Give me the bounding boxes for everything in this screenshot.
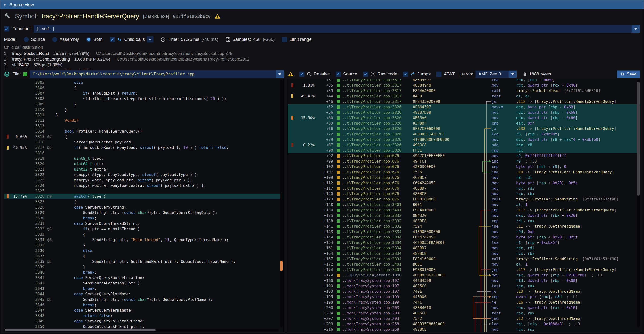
source-line-3310[interactable]: 3310 } — [4, 107, 284, 112]
source-line-3343[interactable]: 3343 break; — [4, 286, 284, 291]
asm-source-location[interactable]: ..mon\TracySystem.cpp:197 — [333, 283, 413, 289]
source-line-3325[interactable]: 3325 — [4, 188, 284, 194]
source-line-3315[interactable]: 0.66%3315@7 { — [4, 134, 284, 139]
source-line-3329[interactable]: 3329 SendString( ptr, (const char*)ptr, … — [4, 210, 284, 215]
asm-source-location[interactable]: ..mon\TracySystem.cpp:197 — [333, 289, 413, 294]
asm-source-location[interactable]: ..t\TracyProfiler.cpp:3326 — [333, 142, 413, 148]
collapse-icon[interactable]: ▼ — [3, 2, 6, 6]
asm-instruction-+117[interactable]: +117..t\TracyProfiler.hpp:676488BD7movrd… — [288, 186, 640, 191]
asm-instruction-+130[interactable]: +130..t\TracyProfiler.cpp:3401E9E4010000… — [288, 207, 640, 213]
child-calls-checkbox-group[interactable]: Child calls — [110, 36, 154, 43]
asm-source-location[interactable]: ..t\TracyProfiler.hpp:676 — [333, 180, 413, 186]
limit-range-checkbox-group[interactable]: Limit range — [282, 37, 312, 42]
asm-source-location[interactable]: ..t\TracyProfiler.cpp:3326 — [333, 148, 413, 153]
asm-source-location[interactable]: ..t\TracyProfiler.cpp:3326 — [333, 115, 413, 121]
source-line-3308[interactable]: 3308 std::this_thread::sleep_for( std::c… — [4, 96, 284, 101]
mode-radio-assembly[interactable]: Assembly — [52, 37, 79, 42]
relative-checkbox[interactable] — [299, 71, 305, 77]
asm-source-location[interactable]: ..1103\include\atomic:1048 — [333, 272, 413, 278]
asm-source-location[interactable]: ..mon\TracySystem.cpp:203 — [333, 316, 413, 321]
asm-instruction-+179[interactable]: +179..1103\include\atomic:1048488B05B63C… — [288, 272, 640, 278]
source-line-3346[interactable]: 3346 break; — [4, 302, 284, 308]
asm-instruction-+198[interactable]: +198..mon\TracySystem.cpp:199744Cje.L6 -… — [288, 300, 640, 305]
source-vertical-scrollbar[interactable] — [280, 80, 283, 328]
child-call-entry[interactable]: 1.tracy::Socket::Read25.25 ms (54.89%)C:… — [4, 51, 640, 56]
limit-range-checkbox[interactable] — [282, 37, 287, 42]
source-line-3326[interactable]: 15.79%3326@9 switch( type ) — [4, 194, 284, 199]
relative-checkbox-group[interactable]: Relative — [299, 71, 330, 77]
source-line-3306[interactable]: 3306 { — [4, 85, 284, 91]
asm-instruction-+186[interactable]: +186..mon\TracySystem.cpp:197448B4598mov… — [288, 278, 640, 283]
source-line-3322[interactable]: 3322 memcpy( &type, &payload.type, sizeo… — [4, 172, 284, 177]
source-checkbox[interactable] — [336, 71, 341, 77]
source-line-3311[interactable]: 3311} — [4, 112, 284, 118]
asm-instruction-+63[interactable]: +63..t\TracyProfiler.cpp:332683F80Fcmpea… — [288, 121, 640, 126]
asm-instruction-+209[interactable]: +209..mon\TracySystem.cpp:258488D35E8861… — [288, 321, 640, 327]
source-horizontal-scrollbar[interactable] — [4, 329, 279, 332]
asm-instruction-+204[interactable]: +204..mon\TracySystem.cpp:2034885C0testr… — [288, 311, 640, 316]
chevron-down-icon[interactable] — [509, 71, 517, 78]
asm-source-location[interactable]: ..t\TracyProfiler.cpp:3317 — [333, 99, 413, 104]
asm-source-location[interactable]: ..mon\TracySystem.cpp:203 — [333, 311, 413, 316]
asm-instruction-+128[interactable]: +128..t\TracyProfiler.cpp:3401B001moval,… — [288, 202, 640, 207]
asm-instruction-+172[interactable]: +172..t\TracyProfiler.cpp:3401B001moval,… — [288, 262, 640, 267]
asm-source-location[interactable]: ..t\TracyProfiler.cpp:3334 — [333, 245, 413, 251]
source-line-3313[interactable]: 3313 — [4, 123, 284, 129]
asm-source-location[interactable]: ..t\TracyProfiler.cpp:3334 — [333, 240, 413, 245]
asm-source-location[interactable]: ..t\TracyProfiler.cpp:3332 — [333, 213, 413, 218]
asm-source-location[interactable]: ..t\TracyProfiler.cpp:3401 — [333, 262, 413, 267]
mode-radio-both[interactable]: Both — [86, 37, 102, 42]
asm-instruction-+123[interactable]: +123..t\TracyProfiler.hpp:676E850160000c… — [288, 196, 640, 202]
asm-source-location[interactable]: ..t\TracyProfiler.cpp:3401 — [333, 202, 413, 207]
asm-instruction-+135[interactable]: +135..t\TracyProfiler.cpp:33328B4320move… — [288, 213, 640, 218]
source-line-3334[interactable]: 3334@6 SendString( ptr, "Main thread", 1… — [4, 237, 284, 242]
att-checkbox[interactable] — [436, 71, 442, 77]
source-line-3327[interactable]: 3327 { — [4, 199, 284, 204]
asm-instruction-+143[interactable]: +143..t\TracyProfiler.cpp:333441B90B0000… — [288, 229, 640, 234]
asm-instruction-+79[interactable]: +79..t\TracyProfiler.cpp:3326418B8C80E0B… — [288, 137, 640, 142]
function-combo[interactable]: [ - self - ] — [34, 25, 640, 33]
mode-radio-source[interactable]: Source — [24, 37, 45, 42]
asm-source-location[interactable]: ..t\TracyProfiler.cpp:3326 — [333, 121, 413, 126]
asm-source-location[interactable]: ..t\TracyProfiler.cpp:3317 — [333, 83, 413, 88]
source-line-3323[interactable]: 3323 memcpy( &ptr, &payload.ptr, sizeof(… — [4, 177, 284, 183]
asm-source-location[interactable]: ..t\TracyProfiler.hpp:676 — [333, 164, 413, 169]
asm-instruction-+56[interactable]: +56..t\TracyProfiler.cpp:3326488B7D98mov… — [288, 110, 640, 115]
file-combo[interactable]: C:\Users\wolf\Desktop\darkrl\contrib\tra… — [30, 70, 284, 78]
source-checkbox-group[interactable]: Source — [336, 71, 357, 77]
child-call-entry[interactable]: 3.stat64i32625 µs (1.36%) — [4, 62, 640, 68]
uarch-combo[interactable]: AMD Zen 3 — [476, 70, 517, 78]
asm-instruction-+99[interactable]: +99..t\TracyProfiler.hpp:67649FFC1incr9 … — [288, 159, 640, 164]
source-line-3307[interactable]: 3307 if( shouldExit ) return; — [4, 91, 284, 96]
source-line-3319[interactable]: 3319 uint8_t type; — [4, 156, 284, 161]
source-line-3348[interactable]: 3348 return false; — [4, 313, 284, 319]
source-line-3340[interactable]: 3340 break; — [4, 270, 284, 275]
asm-source-location[interactable]: ..t\TracyProfiler.cpp:3326 — [333, 131, 413, 137]
asm-instruction-+141[interactable]: +141..t\TracyProfiler.cpp:33327524jne.L1… — [288, 224, 640, 229]
scrollbar-grab[interactable] — [637, 82, 640, 195]
asm-instruction-+35[interactable]: 1.31%+35..t\TracyProfiler.cpp:3317488B49… — [288, 83, 640, 88]
asm-instruction-+66[interactable]: +66..t\TracyProfiler.cpp:33260F87CE06000… — [288, 126, 640, 131]
jumps-checkbox-group[interactable]: Jumps — [403, 71, 430, 77]
source-line-3321[interactable]: 3321 uint32_t extra; — [4, 167, 284, 172]
asm-source-location[interactable]: ..t\TracyProfiler.hpp:676 — [333, 175, 413, 180]
source-line-3316[interactable]: 3316 ServerQueryPacket payload; — [4, 139, 284, 145]
source-line-3332[interactable]: 3332@3 if( ptr == m_mainThread ) — [4, 226, 284, 232]
source-line-3333[interactable]: 3333 { — [4, 232, 284, 237]
source-line-3344[interactable]: 3344 case ServerQueryPlotName: — [4, 291, 284, 297]
chevron-down-icon[interactable] — [276, 70, 284, 78]
source-line-3320[interactable]: 3320 uint64_t ptr; — [4, 161, 284, 167]
source-line-3324[interactable]: 3324 memcpy( &extra, &payload.extra, siz… — [4, 183, 284, 188]
window-titlebar[interactable]: ▼ Source view — [0, 0, 644, 9]
asm-source-location[interactable]: ..t\TracyProfiler.cpp:3332 — [333, 224, 413, 229]
asm-source-location[interactable]: ..mon\TracySystem.cpp:197 — [333, 278, 413, 283]
asm-source-location[interactable]: ..t\TracyProfiler.hpp:676 — [333, 169, 413, 175]
asm-source-location[interactable]: ..t\TracyProfiler.cpp:3334 — [333, 229, 413, 234]
asm-instruction-+112[interactable]: +112..t\TracyProfiler.hpp:676C64424205Em… — [288, 180, 640, 186]
save-button[interactable]: Save — [617, 70, 640, 78]
asm-source-location[interactable]: ..t\TracyProfiler.cpp:3326 — [333, 137, 413, 142]
source-line-3347[interactable]: 3347 case ServerQueryTerminate: — [4, 308, 284, 313]
asm-instruction-+120[interactable]: +120..t\TracyProfiler.hpp:676488BCBmovrc… — [288, 191, 640, 196]
asm-instruction-+60[interactable]: 15.50%+60..t\TracyProfiler.cpp:33268B55A… — [288, 115, 640, 121]
asm-source-location[interactable]: ..t\TracyProfiler.cpp:3317 — [333, 88, 413, 93]
